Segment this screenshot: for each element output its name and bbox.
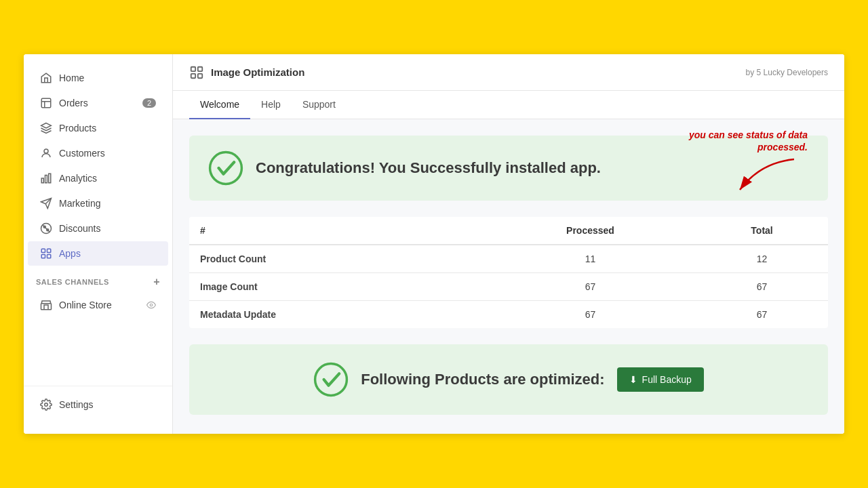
sidebar-item-marketing-label: Marketing	[59, 198, 100, 209]
app-title: Image Optimization	[211, 66, 304, 78]
sidebar-item-orders[interactable]: Orders 2	[28, 91, 168, 115]
sidebar-item-customers-label: Customers	[59, 148, 105, 159]
svg-rect-16	[191, 66, 195, 70]
sidebar: Home Orders 2 Products	[24, 54, 173, 434]
analytics-icon	[40, 172, 52, 184]
online-store-eye-icon[interactable]	[146, 300, 156, 310]
svg-rect-17	[198, 66, 202, 70]
row-total: 12	[696, 245, 828, 273]
annotation-text: you can see status of data processed.	[658, 129, 808, 197]
sidebar-item-discounts-label: Discounts	[59, 223, 100, 234]
sales-channels-section: SALES CHANNELS +	[24, 266, 172, 292]
sidebar-item-products-label: Products	[59, 123, 96, 134]
settings-label: Settings	[59, 399, 94, 410]
sidebar-nav: Home Orders 2 Products	[24, 65, 172, 386]
sidebar-item-analytics-label: Analytics	[59, 173, 97, 184]
full-backup-button[interactable]: ⬇ Full Backup	[617, 367, 704, 392]
svg-point-20	[210, 152, 242, 184]
data-table: # Processed Total Product Count 11 12 Im…	[189, 217, 828, 328]
row-name: Metadata Update	[189, 301, 485, 329]
app-header: Image Optimization by 5 Lucky Developers	[173, 54, 844, 91]
row-total: 67	[696, 301, 828, 329]
apps-icon	[40, 247, 52, 260]
svg-point-14	[150, 304, 153, 306]
svg-rect-19	[198, 73, 202, 77]
row-processed: 67	[485, 273, 696, 301]
sidebar-item-home-label: Home	[59, 73, 84, 83]
sidebar-item-analytics[interactable]: Analytics	[28, 166, 168, 190]
sales-channels-label: SALES CHANNELS	[36, 278, 109, 286]
success-banner: Congratulations! You Successfully instal…	[189, 136, 828, 201]
svg-marker-1	[41, 123, 52, 129]
table-row: Image Count 67 67	[189, 273, 828, 301]
full-backup-label: Full Backup	[642, 374, 692, 385]
online-store-icon	[40, 299, 52, 311]
app-developer: by 5 Lucky Developers	[746, 68, 828, 77]
svg-rect-10	[47, 249, 51, 252]
svg-rect-5	[49, 174, 51, 183]
bottom-banner: Following Products are optimized: ⬇ Full…	[189, 344, 828, 415]
orders-badge: 2	[142, 98, 156, 108]
sidebar-item-products[interactable]: Products	[28, 116, 168, 140]
table-row: Product Count 11 12	[189, 245, 828, 273]
add-sales-channel-icon[interactable]: +	[153, 276, 160, 288]
sidebar-bottom: Settings	[24, 386, 172, 423]
tab-support[interactable]: Support	[292, 91, 347, 119]
col-header-processed: Processed	[485, 217, 696, 245]
settings-icon	[40, 399, 52, 411]
success-banner-text: Congratulations! You Successfully instal…	[256, 159, 601, 177]
sidebar-item-online-store[interactable]: Online Store	[28, 293, 168, 317]
products-icon	[40, 122, 52, 134]
sidebar-item-apps[interactable]: Apps	[28, 241, 168, 266]
discounts-icon	[40, 222, 52, 235]
tab-help[interactable]: Help	[250, 91, 292, 119]
sidebar-item-settings[interactable]: Settings	[28, 392, 168, 417]
svg-rect-0	[41, 98, 51, 108]
sidebar-item-discounts[interactable]: Discounts	[28, 216, 168, 241]
bottom-banner-text: Following Products are optimized:	[361, 371, 604, 388]
customers-icon	[40, 147, 52, 159]
svg-rect-9	[41, 249, 45, 252]
sidebar-item-home[interactable]: Home	[28, 66, 168, 90]
row-processed: 67	[485, 301, 696, 329]
sidebar-item-marketing[interactable]: Marketing	[28, 191, 168, 216]
svg-point-15	[45, 403, 48, 407]
svg-rect-11	[41, 255, 45, 258]
app-header-left: Image Optimization	[189, 65, 304, 80]
svg-rect-4	[45, 176, 47, 183]
svg-rect-13	[41, 304, 52, 310]
row-name: Product Count	[189, 245, 485, 273]
row-processed: 11	[485, 245, 696, 273]
marketing-icon	[40, 197, 52, 209]
tab-welcome[interactable]: Welcome	[189, 91, 250, 119]
table-row: Metadata Update 67 67	[189, 301, 828, 329]
download-icon: ⬇	[629, 374, 637, 385]
app-tabs: Welcome Help Support	[173, 91, 844, 119]
row-name: Image Count	[189, 273, 485, 301]
main-content-area: Image Optimization by 5 Lucky Developers…	[173, 54, 844, 434]
svg-point-22	[315, 364, 347, 396]
svg-point-2	[44, 149, 48, 153]
orders-icon	[40, 97, 52, 109]
main-content: Congratulations! You Successfully instal…	[173, 119, 844, 434]
svg-rect-3	[41, 178, 43, 183]
col-header-total: Total	[696, 217, 828, 245]
online-store-label: Online Store	[59, 300, 112, 310]
svg-rect-18	[191, 73, 195, 77]
sidebar-item-customers[interactable]: Customers	[28, 141, 168, 165]
app-header-icon	[189, 65, 204, 80]
success-check-icon	[208, 150, 243, 186]
bottom-check-icon	[313, 362, 349, 397]
svg-rect-12	[47, 255, 51, 258]
sidebar-item-orders-label: Orders	[59, 98, 88, 108]
sidebar-item-apps-label: Apps	[59, 248, 81, 259]
col-header-name: #	[189, 217, 485, 245]
row-total: 67	[696, 273, 828, 301]
home-icon	[40, 72, 52, 84]
